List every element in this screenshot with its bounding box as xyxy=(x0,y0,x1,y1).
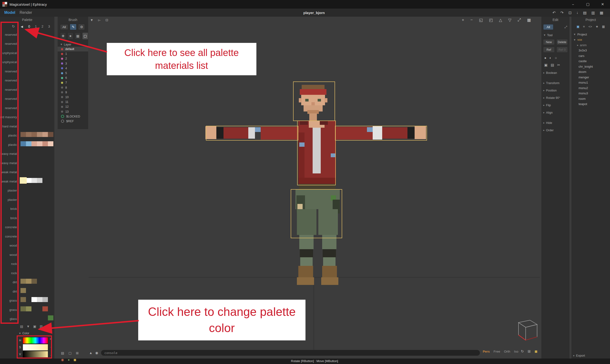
layer-item-13[interactable]: 13 xyxy=(58,109,88,114)
palette-swatch[interactable] xyxy=(21,306,26,311)
brush-select-icon[interactable]: ▢ xyxy=(82,32,88,39)
section-order[interactable]: ▸Order xyxy=(541,127,570,134)
palette-swatch[interactable] xyxy=(21,178,26,183)
project-star-icon[interactable]: ★ xyxy=(596,25,598,28)
layer-item-8[interactable]: 8 xyxy=(58,85,88,90)
solid-mode-icon[interactable]: ● xyxy=(544,56,546,60)
half-mode-icon[interactable]: ◐ xyxy=(549,56,552,60)
material-label-concrete[interactable]: concrete xyxy=(0,232,19,241)
gear-icon[interactable]: ⚙ xyxy=(78,24,85,30)
material-label-brick[interactable]: brick xyxy=(0,204,19,214)
layer-item--ref[interactable]: $REF xyxy=(58,119,88,124)
palette-materials-arrow-button[interactable]: ◀ xyxy=(21,25,23,28)
zoom-out-icon[interactable]: − xyxy=(470,18,473,23)
material-label-rock[interactable]: rock xyxy=(0,260,19,269)
project-file-room[interactable]: room xyxy=(571,96,610,102)
orientation-cube[interactable] xyxy=(511,318,540,346)
redo-icon[interactable]: ↷ xyxy=(560,11,564,15)
palette-swatch[interactable] xyxy=(21,132,26,137)
layer-item-5[interactable]: 5 xyxy=(58,71,88,76)
project-file-teapot[interactable]: teapot xyxy=(571,102,610,107)
cursor-box-icon[interactable]: ⊡ xyxy=(105,18,108,22)
minimize-button[interactable]: − xyxy=(566,0,581,9)
tab-model[interactable]: Model xyxy=(4,11,15,15)
palette-swatch[interactable] xyxy=(21,288,26,293)
color-section-header[interactable]: ▼ Color xyxy=(19,332,29,335)
section-position[interactable]: ▸Position xyxy=(541,87,570,94)
palette-tab-0[interactable]: 0 xyxy=(28,25,30,28)
edge-display-icon[interactable]: ▤ xyxy=(61,351,64,355)
material-label-unphysical[interactable]: unphysical xyxy=(0,58,19,67)
layer-section-header[interactable]: ▼ Layer xyxy=(58,39,88,47)
brush-move-icon[interactable]: ✚ xyxy=(60,32,66,39)
close-button[interactable]: ✕ xyxy=(595,0,610,9)
palette-swatch[interactable] xyxy=(48,132,53,137)
palette-swatch[interactable] xyxy=(31,141,37,146)
layer-item-3[interactable]: 3 xyxy=(58,61,88,66)
material-label-hard-metal[interactable]: hard metal xyxy=(0,122,19,131)
viewport-menu-icon[interactable]: ▼ xyxy=(90,18,93,22)
project-file-cars[interactable]: cars xyxy=(571,53,610,59)
menu-icon[interactable]: ≡ xyxy=(50,337,51,341)
outline-mode-icon[interactable]: ○ xyxy=(555,56,557,60)
palette-swatch[interactable] xyxy=(31,132,37,137)
matcap-display-icon[interactable]: ● xyxy=(68,358,70,362)
material-label-glass[interactable]: glass xyxy=(0,314,19,324)
frame-all-icon[interactable]: ⊞ xyxy=(528,349,531,353)
palette-swatch[interactable] xyxy=(48,315,53,320)
material-label-plastic[interactable]: plastic xyxy=(0,131,19,140)
project-folder-anim[interactable]: ▸ anim xyxy=(571,42,610,48)
hsv-options[interactable]: ≡ · · xyxy=(49,337,52,357)
project-file-monu2[interactable]: monu2 xyxy=(571,85,610,91)
grid-toggle-icon[interactable]: ▦ xyxy=(527,18,531,23)
triangle-up-icon[interactable]: △ xyxy=(499,18,502,23)
undo-icon[interactable]: ↶ xyxy=(552,11,556,15)
material-label-wood[interactable]: wood xyxy=(0,241,19,250)
layer-item-11[interactable]: 11 xyxy=(58,100,88,104)
view-mode-free[interactable]: Free xyxy=(493,350,500,353)
console-input[interactable]: console xyxy=(101,350,480,356)
palette-swatch[interactable] xyxy=(21,279,26,284)
palette-swatch[interactable] xyxy=(26,306,31,311)
palette-refresh-icon[interactable]: ↻ xyxy=(12,24,15,29)
material-label-unphysical[interactable]: unphysical xyxy=(0,48,19,58)
palette-swatch[interactable] xyxy=(31,178,37,183)
camera-icon[interactable]: ◉ xyxy=(95,351,98,355)
palette-swatch[interactable] xyxy=(26,141,31,146)
hsv-slider-h[interactable] xyxy=(23,337,48,344)
brush-all-button[interactable]: All xyxy=(60,24,68,30)
section-hide[interactable]: ▸Hide xyxy=(541,119,570,127)
project-file-doom[interactable]: doom xyxy=(571,69,610,75)
project-pattern-icon[interactable]: ▦ xyxy=(602,25,605,28)
section-transform[interactable]: ▸Transform xyxy=(541,79,570,87)
frame-display-icon[interactable]: ▢ xyxy=(68,351,71,355)
delete-button[interactable]: Delete xyxy=(556,39,568,45)
palette-swatch[interactable] xyxy=(31,279,37,284)
layer-item-10[interactable]: 10 xyxy=(58,95,88,100)
layer-item-4[interactable]: 4 xyxy=(58,66,88,71)
material-label-plastic[interactable]: plastic xyxy=(0,140,19,149)
view-single-icon[interactable]: ◰ xyxy=(489,18,493,23)
layer-item-12[interactable]: 12 xyxy=(58,104,88,109)
material-label-reserved[interactable]: reserved xyxy=(0,104,19,113)
project-file-menger[interactable]: menger xyxy=(571,75,610,80)
fit-view-icon[interactable]: ⤢ xyxy=(518,18,521,23)
material-label-rock[interactable]: rock xyxy=(0,269,19,278)
section-flip[interactable]: ▸Flip xyxy=(541,102,570,109)
material-label-heavy-metal[interactable]: heavy metal xyxy=(0,149,19,159)
open-palette-icon[interactable]: ▤ xyxy=(20,325,23,328)
material-label-reserved[interactable]: reserved xyxy=(0,85,19,94)
section-rotate-90-[interactable]: ▸Rotate 90° xyxy=(541,94,570,102)
project-root-row[interactable]: ▼ Project xyxy=(571,32,610,37)
palette-swatch[interactable] xyxy=(42,132,48,137)
download-icon[interactable]: ↓ xyxy=(576,11,578,15)
cursor-icon[interactable]: ▻ xyxy=(98,18,101,22)
brush-grid-icon[interactable]: ▦ xyxy=(75,32,81,39)
zoom-in-icon[interactable]: + xyxy=(462,18,464,23)
palette-list-icon[interactable]: ▥ xyxy=(39,325,43,328)
grid-display-icon[interactable]: ⊞ xyxy=(76,351,79,355)
paste-icon[interactable]: ▤ xyxy=(551,63,554,67)
palette-display-icon[interactable]: ◉ xyxy=(61,358,64,362)
save-palette-icon[interactable]: ▼ xyxy=(26,325,30,328)
palette-tab-2[interactable]: 2 xyxy=(41,25,43,28)
